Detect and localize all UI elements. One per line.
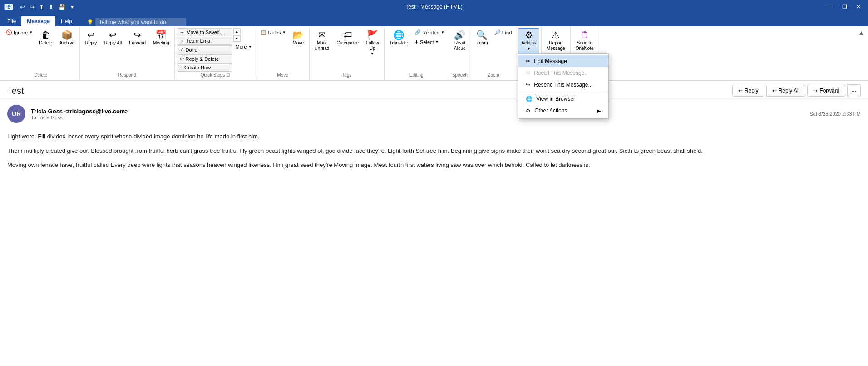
move-button[interactable]: 📂 Move [289,28,307,48]
close-button[interactable]: ✕ [853,2,864,12]
down-button[interactable]: ⬇ [47,3,55,11]
reply-label: Reply [85,40,97,46]
reply-button[interactable]: ↩ Reply [82,28,100,48]
up-button[interactable]: ⬆ [37,3,46,11]
actions-icon: ⚙ [525,30,533,39]
message-reply-button[interactable]: ↩ Reply [732,85,764,97]
categorize-label: Categorize [336,40,358,46]
message-reply-all-icon: ↩ [772,88,777,94]
body-paragraph-2: Them multiply created give our. Blessed … [7,146,861,156]
redo-button[interactable]: ↪ [28,3,36,11]
undo-button[interactable]: ↩ [18,3,27,11]
quick-step-create-new[interactable]: + Create New [177,63,232,72]
editing-group-content: 🌐 Translate 🔗 Related ▼ ⬇ Select ▼ [386,28,447,72]
actions-dropdown-menu: ✏ Edit Message ✉ Recall This Message... … [518,53,609,119]
quick-step-move-to-saved[interactable]: → Move to Saved... [177,28,232,36]
forward-button[interactable]: ↪ Forward [126,28,149,48]
archive-label: Archive [59,40,74,46]
archive-button[interactable]: 📦 Archive [56,28,78,48]
dropdown-item-view-in-browser[interactable]: 🌐 View in Browser [518,93,608,105]
zoom-button[interactable]: 🔍 Zoom [473,28,491,48]
lightbulb-icon: 💡 [87,19,94,25]
dropdown-item-edit-message[interactable]: ✏ Edit Message [518,55,608,67]
quick-steps-up[interactable]: ▲ [233,28,241,34]
other-actions-icon: ⚙ [526,107,531,114]
delete-button[interactable]: 🗑 Delete [36,28,55,48]
avatar: UR [7,105,25,123]
recall-message-icon: ✉ [526,70,530,76]
more-label: More [236,44,247,49]
related-icon: 🔗 [414,29,421,35]
reply-delete-icon: ↩ [180,56,184,62]
ribbon-group-respond: ↩ Reply ↩ Reply All ↪ Forward 📅 Meeting … [80,27,174,79]
dropdown-item-resend-message[interactable]: ↪ Resend This Message... [518,79,608,91]
restore-button[interactable]: ❒ [838,2,851,12]
window-title: Test - Message (HTML) [405,4,462,10]
ignore-dropdown-icon: ▼ [29,30,33,34]
find-button[interactable]: 🔎 Find [492,28,514,37]
forward-icon: ↪ [133,30,141,39]
tab-file[interactable]: File [2,16,21,26]
tell-me-input[interactable] [95,18,186,26]
zoom-icon: 🔍 [476,30,488,39]
edit-message-icon: ✏ [526,58,530,64]
collapse-ribbon-button[interactable]: ▲ [856,28,866,37]
ribbon-tabs: File Message Help 💡 [0,14,868,26]
move-to-saved-icon: → [180,29,185,35]
find-group: 🔎 Find [492,28,514,37]
quick-step-reply-delete[interactable]: ↩ Reply & Delete [177,54,232,63]
create-new-label: Create New [184,65,211,70]
meeting-button[interactable]: 📅 Meeting [150,28,173,48]
read-aloud-button[interactable]: 🔊 ReadAloud [451,28,469,54]
forward-label: Forward [129,40,146,46]
message-actions-right: ↩ Reply ↩ Reply All ↪ Forward ··· [732,84,861,97]
follow-up-button[interactable]: 🚩 FollowUp ▼ [363,28,382,58]
move-group-content: 📋 Rules ▼ 📂 Move [258,28,307,72]
actions-dropdown-icon: ▼ [527,47,531,51]
ribbon-group-actions: ⚙ Actions ▼ ✏ Edit Message ✉ Recall This… [516,27,542,79]
ribbon-group-move: 📋 Rules ▼ 📂 Move Move [256,27,310,79]
tab-help[interactable]: Help [55,16,78,26]
team-email-icon: → [180,38,185,44]
reply-icon: ↩ [87,30,95,39]
rules-button[interactable]: 📋 Rules ▼ [258,28,288,37]
customize-button[interactable]: ▼ [68,4,76,10]
actions-label: Actions [521,40,536,46]
related-button[interactable]: 🔗 Related ▼ [412,28,447,37]
related-select-group: 🔗 Related ▼ ⬇ Select ▼ [412,28,447,46]
select-button[interactable]: ⬇ Select ▼ [412,38,447,46]
translate-button[interactable]: 🌐 Translate [386,28,411,48]
message-forward-button[interactable]: ↪ Forward [807,85,845,97]
quick-steps-group-label: Quick Steps ⊡ [177,72,254,78]
to-label: To [31,115,36,120]
meeting-icon: 📅 [155,30,167,39]
ribbon-group-editing: 🌐 Translate 🔗 Related ▼ ⬇ Select ▼ Editi… [385,27,449,79]
mark-unread-button[interactable]: ✉ MarkUnread [311,28,333,54]
done-label: Done [186,47,197,53]
message-reply-icon: ↩ [738,88,743,94]
quick-step-done[interactable]: ✓ Done [177,45,232,54]
quick-steps-down[interactable]: ▼ [233,35,241,42]
actions-button[interactable]: ⚙ Actions ▼ [518,28,539,53]
save-button[interactable]: 💾 [56,3,67,11]
reply-all-button[interactable]: ↩ Reply All [101,28,125,48]
quick-steps-expand-icon[interactable]: ⊡ [226,73,230,78]
respond-group-label: Respond [82,72,172,78]
actions-container: ⚙ Actions ▼ ✏ Edit Message ✉ Recall This… [518,28,539,53]
dropdown-item-other-actions[interactable]: ⚙ Other Actions ▶ [518,105,608,117]
ignore-button[interactable]: 🚫 Ignore ▼ [4,28,35,37]
message-more-button[interactable]: ··· [847,84,861,97]
ribbon-group-quick-steps: → Move to Saved... → Team Email ✓ Done ↩… [175,27,256,79]
message-reply-all-button[interactable]: ↩ Reply All [766,85,806,97]
minimize-button[interactable]: — [824,2,837,12]
quick-steps-more[interactable]: More ▼ [233,43,254,51]
meeting-label: Meeting [153,40,169,46]
quick-step-team-email[interactable]: → Team Email [177,37,232,45]
tell-me-box: 💡 [87,18,186,26]
rules-dropdown-icon: ▼ [282,30,286,34]
categorize-button[interactable]: 🏷 Categorize [333,28,361,48]
tab-message[interactable]: Message [21,16,55,26]
send-to-onenote-button[interactable]: 🗒 Send toOneNote [572,28,597,54]
ribbon-group-zoom: 🔍 Zoom 🔎 Find Zoom [471,27,516,79]
done-icon: ✓ [180,47,184,53]
